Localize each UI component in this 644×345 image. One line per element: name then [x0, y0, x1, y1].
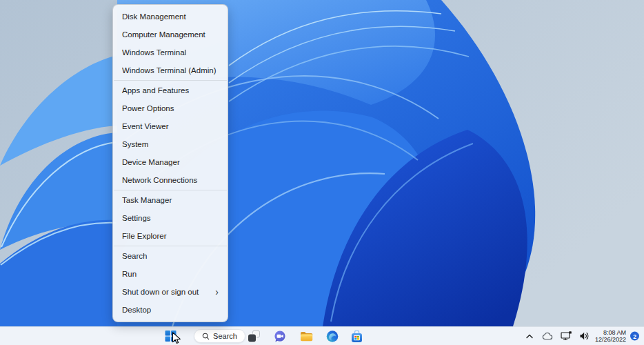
menu-item-run[interactable]: Run [113, 265, 228, 283]
bloom-wallpaper-image [0, 0, 644, 326]
microsoft-store-button[interactable] [348, 327, 365, 345]
menu-item-search[interactable]: Search [113, 247, 228, 265]
menu-item-desktop[interactable]: Desktop [113, 301, 228, 319]
menu-item-label: Shut down or sign out [122, 283, 199, 301]
folder-icon [300, 331, 313, 342]
menu-item-computer-management[interactable]: Computer Management [113, 26, 228, 43]
clock-date: 12/26/2022 [595, 336, 626, 343]
windows-logo-icon [165, 331, 177, 342]
menu-item-device-manager[interactable]: Device Manager [113, 153, 228, 171]
start-button[interactable] [161, 327, 179, 345]
desktop-wallpaper [0, 0, 644, 326]
taskbar: Search [0, 326, 644, 345]
chevron-up-icon [525, 333, 534, 339]
hidden-icons-button[interactable] [523, 327, 536, 345]
menu-separator [114, 80, 227, 81]
onedrive-cloud-icon [542, 333, 553, 340]
menu-item-power-options[interactable]: Power Options [113, 99, 228, 117]
speaker-icon [579, 332, 590, 341]
file-explorer-button[interactable] [298, 327, 314, 345]
menu-item-windows-terminal-admin[interactable]: Windows Terminal (Admin) [113, 61, 228, 79]
edge-icon [326, 330, 339, 342]
menu-item-system[interactable]: System [113, 135, 228, 153]
submenu-chevron-icon: › [215, 283, 219, 301]
menu-item-shut-down-or-sign-out[interactable]: Shut down or sign out › [113, 283, 228, 301]
clock-time: 8:08 AM [595, 329, 626, 336]
menu-item-apps-and-features[interactable]: Apps and Features [113, 81, 228, 99]
notification-badge[interactable]: 2 [630, 332, 639, 341]
microsoft-store-icon [351, 330, 363, 342]
menu-separator [114, 246, 227, 246]
menu-item-network-connections[interactable]: Network Connections [113, 171, 228, 189]
menu-separator [114, 190, 227, 190]
onedrive-tray-button[interactable] [540, 327, 555, 345]
taskbar-search[interactable]: Search [194, 329, 245, 343]
task-view-button[interactable] [245, 327, 262, 345]
search-icon [202, 333, 210, 340]
chat-button[interactable] [272, 327, 288, 345]
edge-button[interactable] [324, 327, 341, 345]
network-ethernet-icon [561, 331, 572, 342]
menu-item-file-explorer[interactable]: File Explorer [113, 227, 228, 245]
chat-icon [274, 330, 286, 342]
search-label: Search [213, 332, 237, 340]
task-view-icon [248, 331, 260, 342]
menu-item-windows-terminal[interactable]: Windows Terminal [113, 43, 228, 61]
menu-item-disk-management[interactable]: Disk Management [113, 8, 228, 26]
menu-item-event-viewer[interactable]: Event Viewer [113, 117, 228, 135]
network-tray-button[interactable] [558, 327, 574, 345]
winx-context-menu: Disk Management Computer Management Wind… [112, 4, 228, 322]
taskbar-clock[interactable]: 8:08 AM 12/26/2022 [595, 329, 626, 343]
menu-item-task-manager[interactable]: Task Manager [113, 191, 228, 209]
menu-item-settings[interactable]: Settings [113, 209, 228, 227]
volume-tray-button[interactable] [576, 327, 592, 345]
